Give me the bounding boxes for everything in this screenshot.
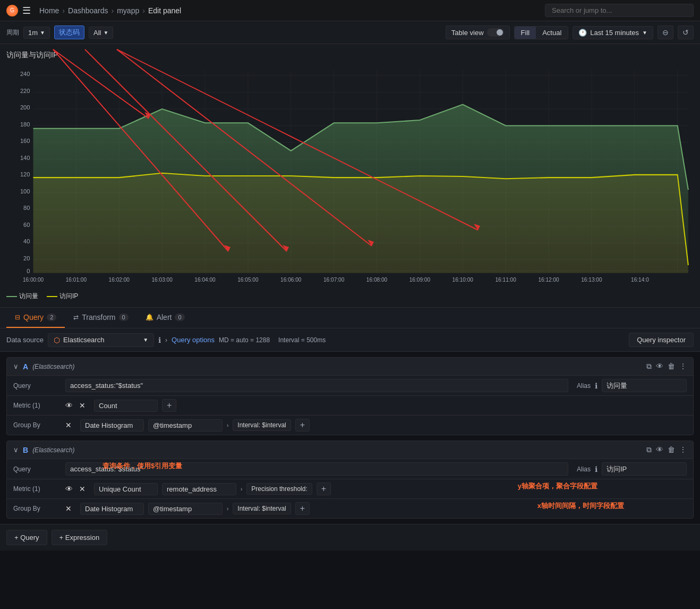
svg-text:16:11:00: 16:11:00 [496,277,517,283]
arrow-right: › [165,336,167,344]
collapse-b-btn[interactable]: ∨ [13,446,19,454]
trash-icon-b[interactable]: 🗑 [668,445,675,454]
svg-text:220: 220 [20,87,30,94]
query-b-alias-info[interactable]: ℹ [595,465,597,473]
add-expression-button[interactable]: + Expression [52,530,108,545]
query-block-a: ∨ A (Elasticsearch) ⧉ 👁 🗑 ⋮ Query Alias … [6,357,694,435]
tab-transform[interactable]: ⇄ Transform 0 [65,308,136,328]
query-b-groupby-type[interactable]: Date Histogram [80,503,144,515]
breadcrumb-sep-1: › [62,6,65,15]
query-a-metric-label: Metric (1) [13,402,61,409]
status-button[interactable]: 状态码 [54,26,84,39]
fill-button[interactable]: Fill [515,27,536,39]
period-chevron: ▼ [40,30,45,36]
svg-text:16:12:00: 16:12:00 [538,277,559,283]
breadcrumb-myapp[interactable]: myapp [117,6,139,15]
svg-text:160: 160 [20,138,30,144]
query-a-interval[interactable]: Interval: $interval [233,419,291,431]
query-b-timestamp[interactable]: @timestamp [148,503,223,515]
groupby-trash-a[interactable]: ✕ [65,421,72,429]
svg-text:16:04:00: 16:04:00 [194,277,216,283]
svg-text:16:10:00: 16:10:00 [453,277,474,283]
svg-text:20: 20 [23,255,30,261]
query-b-groupby-add[interactable]: + [295,502,310,515]
svg-text:16:08:00: 16:08:00 [366,277,388,283]
actual-button[interactable]: Actual [536,27,568,39]
query-options-button[interactable]: Query options [172,336,215,344]
top-navigation: G ☰ Home › Dashboards › myapp › Edit pan… [0,0,700,21]
toggle-knob[interactable] [487,28,504,37]
datasource-select[interactable]: ⬡ Elasticsearch ▼ [48,333,154,347]
query-a-alias-input[interactable] [602,379,687,392]
info-button[interactable]: ℹ [158,336,161,344]
bottom-bar: + Query + Expression [0,524,700,551]
query-a-input[interactable] [65,379,568,392]
transform-tab-icon: ⇄ [73,314,79,321]
query-a-letter: A [23,362,28,371]
query-a-alias-info[interactable]: ℹ [595,382,597,390]
metric-trash-b[interactable]: ✕ [79,485,86,493]
query-a-datasource: (Elasticsearch) [32,363,74,370]
query-block-b: ∨ B (Elasticsearch) ⧉ 👁 🗑 ⋮ Query Alias … [6,441,694,519]
time-picker[interactable]: 🕐 Last 15 minutes ▼ [573,26,653,39]
metric-eye-b[interactable]: 👁 [65,485,73,493]
query-b-query-label: Query [13,466,61,473]
copy-icon-a[interactable]: ⧉ [646,362,652,371]
breadcrumb-sep-2: › [112,6,114,15]
query-a-groupby-type[interactable]: Date Histogram [80,419,144,432]
eye-icon-a[interactable]: 👁 [656,362,663,371]
collapse-a-btn[interactable]: ∨ [13,362,19,370]
svg-text:120: 120 [20,171,30,177]
query-inspector-button[interactable]: Query inspector [629,333,694,347]
status-chevron: ▼ [103,30,108,36]
query-a-query-row: Query Alias ℹ [7,376,693,396]
query-tab-icon: ⊟ [15,314,20,321]
zoom-out-button[interactable]: ⊖ [658,26,673,39]
svg-text:140: 140 [20,154,30,160]
more-icon-b[interactable]: ⋮ [679,445,687,454]
query-b-precision[interactable]: Precision threshold: [246,483,312,495]
chart-legend: 访问量 访问IP [6,292,694,301]
query-b-input[interactable] [65,462,568,476]
query-a-groupby-add[interactable]: + [295,419,310,432]
groupby-trash-b[interactable]: ✕ [65,504,72,513]
table-view-toggle[interactable]: Table view [446,26,510,39]
query-a-groupby-row: Group By ✕ Date Histogram @timestamp › I… [7,416,693,435]
svg-text:40: 40 [23,238,30,244]
svg-text:16:13:00: 16:13:00 [581,277,602,283]
svg-text:16:01:00: 16:01:00 [66,277,87,283]
tab-query[interactable]: ⊟ Query 2 [6,308,65,328]
breadcrumb-sep-3: › [142,6,145,15]
nav-search-input[interactable] [545,4,694,17]
query-b-interval[interactable]: Interval: $interval [233,503,291,514]
svg-text:16:03:00: 16:03:00 [152,277,173,283]
query-md: MD = auto = 1288 [219,336,270,344]
hamburger-menu[interactable]: ☰ [22,5,31,16]
add-query-button[interactable]: + Query [6,530,47,545]
status-value-button[interactable]: All ▼ [89,27,113,39]
time-chevron: ▼ [642,30,647,36]
period-button[interactable]: 1m ▼ [23,27,50,39]
tab-alert[interactable]: 🔔 Alert 0 [137,308,193,328]
copy-icon-b[interactable]: ⧉ [646,445,652,454]
query-b-metric-add[interactable]: + [317,483,331,495]
query-b-icons: ⧉ 👁 🗑 ⋮ [646,445,687,454]
query-b-field[interactable]: remote_address [162,483,236,495]
trash-icon-a[interactable]: 🗑 [668,362,675,371]
query-b-metric-type[interactable]: Unique Count [94,483,158,495]
eye-icon-b[interactable]: 👁 [656,445,663,454]
breadcrumb-dashboards[interactable]: Dashboards [68,6,108,15]
query-block-a-header: ∨ A (Elasticsearch) ⧉ 👁 🗑 ⋮ [7,358,693,376]
metric-trash-a[interactable]: ✕ [79,401,86,410]
query-a-alias-label: Alias [577,382,591,390]
svg-text:100: 100 [20,188,30,194]
query-a-timestamp[interactable]: @timestamp [148,419,223,432]
refresh-button[interactable]: ↺ [678,26,694,39]
query-b-alias-input[interactable] [602,462,687,476]
metric-eye-a[interactable]: 👁 [65,401,73,410]
query-a-metric-add[interactable]: + [162,399,176,412]
query-a-metric-type[interactable]: Count [94,400,158,412]
query-b-groupby-row: Group By ✕ Date Histogram @timestamp › I… [7,499,693,518]
breadcrumb-home[interactable]: Home [39,6,59,15]
more-icon-a[interactable]: ⋮ [679,362,687,371]
